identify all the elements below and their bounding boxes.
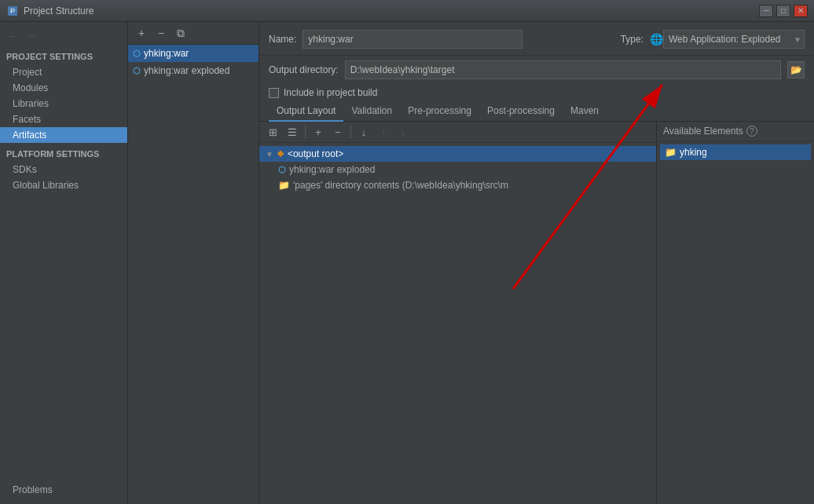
- close-button[interactable]: ✕: [794, 5, 808, 17]
- tree-item-output-root[interactable]: ▼ ❖ <output root>: [259, 146, 656, 162]
- sidebar-item-sdks[interactable]: SDKs: [0, 162, 127, 177]
- sidebar-item-libraries[interactable]: Libraries: [0, 96, 127, 111]
- sidebar-item-artifacts[interactable]: Artifacts: [0, 127, 127, 143]
- tab-maven[interactable]: Maven: [563, 101, 607, 122]
- include-in-build-checkbox[interactable]: [269, 88, 279, 98]
- add-tree-button[interactable]: +: [310, 124, 327, 140]
- sidebar-problems: Problems: [0, 477, 127, 504]
- list-view-button[interactable]: ☰: [284, 124, 301, 140]
- artifact-list-panel: + − ⧉ ⬡ yhking:war ⬡ yhking:war exploded: [128, 22, 259, 504]
- tree-item-war-exploded[interactable]: ⬡ yhking:war exploded: [259, 162, 656, 177]
- sidebar-item-project[interactable]: Project: [0, 64, 127, 80]
- sidebar-item-problems[interactable]: Problems: [6, 482, 121, 498]
- tab-post-processing[interactable]: Post-processing: [479, 101, 563, 122]
- panels-row: ⊞ ☰ + − ↓ ↑ ↓ ▼ ❖ <output: [259, 122, 814, 504]
- pages-folder-icon: 📁: [278, 180, 290, 191]
- output-dir-label: Output directory:: [269, 64, 339, 75]
- toolbar-separator: [305, 126, 306, 138]
- elements-panel: Available Elements ? 📁 yhking: [657, 122, 814, 504]
- sidebar-item-global-libraries[interactable]: Global Libraries: [0, 177, 127, 193]
- element-item-yhking[interactable]: 📁 yhking: [660, 144, 811, 160]
- move-down-2-button[interactable]: ↓: [394, 124, 412, 140]
- forward-button[interactable]: →: [24, 28, 39, 44]
- add-artifact-button[interactable]: +: [133, 25, 150, 41]
- sidebar: ← → Project Settings Project Modules Lib…: [0, 22, 128, 504]
- artifact-item-war-exploded[interactable]: ⬡ yhking:war exploded: [128, 62, 258, 79]
- artifact-toolbar: + − ⧉: [128, 22, 258, 45]
- tab-output-layout[interactable]: Output Layout: [269, 101, 343, 122]
- browse-output-button[interactable]: 📂: [787, 61, 805, 79]
- yhking-folder-icon: 📁: [665, 147, 676, 158]
- nav-toolbar: ← →: [0, 25, 127, 47]
- war-icon: ⬡: [133, 49, 141, 59]
- minimize-button[interactable]: ─: [759, 5, 773, 17]
- type-select[interactable]: Web Application: Exploded Web Applicatio…: [663, 30, 805, 49]
- elements-header: Available Elements ?: [657, 122, 814, 141]
- name-type-row: Name: Type: 🌐 Web Application: Exploded …: [259, 22, 814, 56]
- platform-settings-header: Platform Settings: [0, 143, 127, 162]
- output-dir-input[interactable]: [345, 60, 781, 79]
- expand-arrow-icon: ▼: [266, 150, 273, 159]
- title-bar: P Project Structure ─ □ ✕: [0, 0, 814, 22]
- content-wrapper: + − ⧉ ⬡ yhking:war ⬡ yhking:war exploded…: [128, 22, 814, 504]
- svg-text:P: P: [10, 7, 15, 15]
- right-panel: Name: Type: 🌐 Web Application: Exploded …: [259, 22, 814, 504]
- show-content-button[interactable]: ⊞: [264, 124, 281, 140]
- type-icon: 🌐: [650, 33, 663, 46]
- folder-icon: 📂: [790, 64, 802, 75]
- tab-pre-processing[interactable]: Pre-processing: [400, 101, 479, 122]
- window-controls[interactable]: ─ □ ✕: [759, 5, 808, 17]
- project-settings-header: Project Settings: [0, 47, 127, 64]
- maximize-button[interactable]: □: [776, 5, 790, 17]
- tree-item-pages-dir[interactable]: 📁 'pages' directory contents (D:\webIdea…: [259, 177, 656, 193]
- elements-content: 📁 yhking: [657, 141, 814, 504]
- include-in-build-label: Include in project build: [284, 87, 377, 98]
- move-up-button[interactable]: ↑: [375, 124, 392, 140]
- sidebar-item-modules[interactable]: Modules: [0, 80, 127, 96]
- war-exploded-icon: ⬡: [133, 66, 141, 76]
- sidebar-item-facets[interactable]: Facets: [0, 111, 127, 127]
- include-in-build-row: Include in project build: [259, 84, 814, 101]
- artifact-item-war[interactable]: ⬡ yhking:war: [128, 45, 258, 62]
- toolbar-separator-2: [350, 126, 351, 138]
- output-root-icon: ❖: [277, 149, 284, 159]
- war-exploded-tree-icon: ⬡: [278, 165, 286, 175]
- move-down-button[interactable]: ↓: [355, 124, 372, 140]
- tree-content: ▼ ❖ <output root> ⬡ yhking:war exploded …: [259, 143, 656, 504]
- copy-artifact-button[interactable]: ⧉: [172, 25, 189, 41]
- main-layout: ← → Project Settings Project Modules Lib…: [0, 22, 814, 504]
- tree-panel: ⊞ ☰ + − ↓ ↑ ↓ ▼ ❖ <output: [259, 122, 657, 504]
- type-label: Type:: [621, 34, 644, 45]
- help-icon[interactable]: ?: [746, 126, 757, 137]
- tab-validation[interactable]: Validation: [343, 101, 400, 122]
- tree-toolbar: ⊞ ☰ + − ↓ ↑ ↓: [259, 122, 656, 143]
- tabs-bar: Output Layout Validation Pre-processing …: [259, 101, 814, 122]
- window-title: Project Structure: [24, 5, 759, 16]
- output-dir-row: Output directory: 📂: [259, 56, 814, 84]
- type-select-container: 🌐 Web Application: Exploded Web Applicat…: [650, 30, 805, 49]
- remove-tree-button[interactable]: −: [329, 124, 346, 140]
- name-label: Name:: [269, 34, 296, 45]
- remove-artifact-button[interactable]: −: [152, 25, 170, 41]
- name-input[interactable]: [302, 30, 522, 49]
- app-icon: P: [6, 5, 19, 17]
- back-button[interactable]: ←: [5, 28, 20, 44]
